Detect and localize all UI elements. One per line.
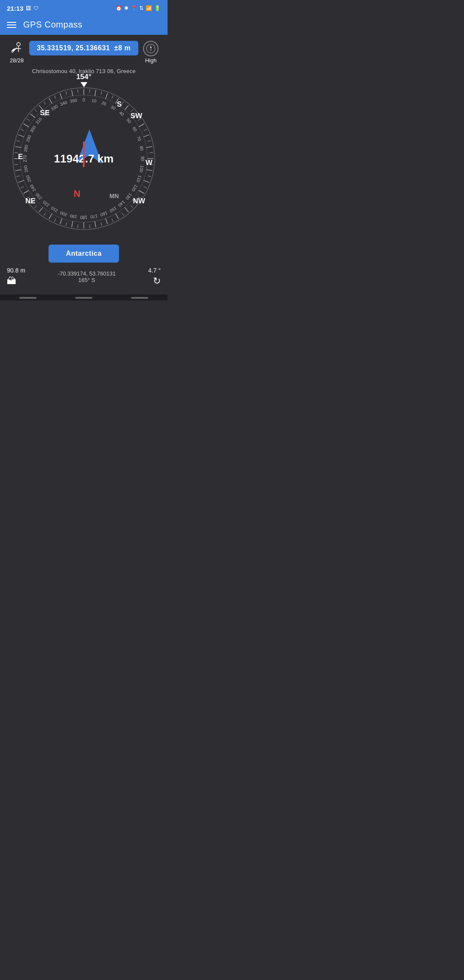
satellite-icon bbox=[10, 41, 24, 56]
bearing-triangle bbox=[80, 82, 87, 87]
satellite-count: 28/28 bbox=[10, 57, 24, 64]
speed-value: 4.7 ° bbox=[148, 267, 161, 274]
e-label: E bbox=[18, 153, 23, 161]
w-label: W bbox=[146, 159, 153, 167]
app-title: GPS Compass bbox=[23, 20, 82, 30]
ne-label: NE bbox=[25, 197, 36, 205]
hamburger-menu[interactable] bbox=[7, 22, 16, 28]
status-icons-right: ⏰ ✱ 📍 ⇅ 📶 🔋 bbox=[116, 5, 161, 11]
destination-button[interactable]: Antarctica bbox=[49, 245, 119, 263]
shield-icon: 🛡 bbox=[34, 5, 39, 11]
accuracy-info: High bbox=[140, 41, 162, 64]
north-needle bbox=[83, 141, 85, 167]
sw-label: SW bbox=[131, 112, 142, 120]
gallery-icon: 🖼 bbox=[26, 5, 31, 11]
battery-icon: 🔋 bbox=[154, 5, 161, 11]
bottom-center: -70.339174, 53.760131 165° S bbox=[58, 270, 116, 283]
bearing-value: 154° bbox=[76, 73, 91, 81]
status-left: 21:13 🖼 🛡 bbox=[7, 5, 39, 12]
nav-back[interactable] bbox=[19, 297, 37, 299]
alarm-icon: ⏰ bbox=[116, 5, 122, 11]
gps-coords: 35.331519, 25.136631 ±8 m bbox=[37, 44, 131, 52]
dest-coords: -70.339174, 53.760131 bbox=[58, 270, 116, 277]
gps-coords-box[interactable]: 35.331519, 25.136631 ±8 m bbox=[29, 41, 138, 55]
nw-label: NW bbox=[133, 197, 145, 205]
terrain-icon: 🏔 bbox=[7, 276, 16, 287]
compass-nav-icon bbox=[143, 41, 159, 56]
north-label: N bbox=[73, 188, 80, 199]
nav-home[interactable] bbox=[75, 297, 92, 299]
svg-point-0 bbox=[17, 43, 20, 46]
bottom-info-row: 90.8 m 🏔 -70.339174, 53.760131 165° S 4.… bbox=[4, 267, 163, 287]
navigation-arrow bbox=[72, 129, 107, 172]
bluetooth-icon: ✱ bbox=[124, 5, 128, 11]
nav-bar bbox=[0, 294, 168, 300]
accuracy-label: High bbox=[145, 57, 157, 64]
s-label: S bbox=[117, 100, 122, 109]
satellite-info: 28/28 bbox=[6, 41, 27, 64]
svg-marker-6 bbox=[150, 49, 152, 52]
status-bar: 21:13 🖼 🛡 ⏰ ✱ 📍 ⇅ 📶 🔋 bbox=[0, 0, 168, 15]
se-label: SE bbox=[40, 109, 50, 117]
top-bar: GPS Compass bbox=[0, 15, 168, 35]
bottom-right: 4.7 ° ↻ bbox=[148, 267, 161, 287]
refresh-icon[interactable]: ↻ bbox=[153, 276, 161, 287]
bottom-left: 90.8 m 🏔 bbox=[7, 267, 25, 287]
signal-icon: 📶 bbox=[146, 5, 152, 11]
degree-indicator: 154° bbox=[76, 73, 91, 87]
nav-recents[interactable] bbox=[131, 297, 148, 299]
elevation-value: 90.8 m bbox=[7, 267, 25, 274]
sync-icon: ⇅ bbox=[139, 5, 143, 11]
mn-label: MN bbox=[110, 193, 119, 199]
compass-container: 0102030405060708090100110120130140150160… bbox=[11, 86, 157, 232]
status-time: 21:13 bbox=[7, 5, 23, 12]
bottom-area: Antarctica 90.8 m 🏔 -70.339174, 53.76013… bbox=[0, 245, 168, 291]
svg-marker-5 bbox=[150, 46, 152, 49]
location-icon: 📍 bbox=[131, 5, 137, 11]
dest-bearing: 165° S bbox=[58, 277, 116, 283]
info-row: 28/28 35.331519, 25.136631 ±8 m High bbox=[0, 35, 168, 65]
